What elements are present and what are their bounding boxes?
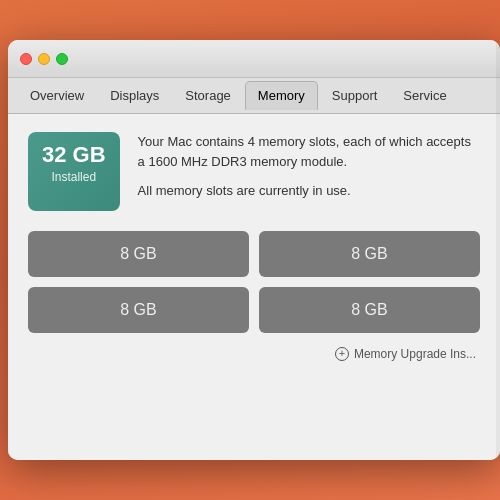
description-line2: All memory slots are currently in use. (138, 181, 480, 201)
traffic-lights (20, 53, 68, 65)
maximize-button[interactable] (56, 53, 68, 65)
memory-slots-grid: 8 GB 8 GB 8 GB 8 GB (28, 231, 480, 333)
content-area: 32 GB Installed Your Mac contains 4 memo… (8, 114, 500, 460)
tab-displays[interactable]: Displays (98, 82, 171, 109)
memory-slot-1: 8 GB (28, 231, 249, 277)
tab-support[interactable]: Support (320, 82, 390, 109)
footer: + Memory Upgrade Ins... (28, 347, 480, 361)
description-line1: Your Mac contains 4 memory slots, each o… (138, 132, 480, 171)
title-bar (8, 40, 500, 78)
top-section: 32 GB Installed Your Mac contains 4 memo… (28, 132, 480, 211)
installed-label: Installed (42, 170, 106, 184)
desktop: Overview Displays Storage Memory Support… (0, 0, 500, 500)
memory-slot-3: 8 GB (28, 287, 249, 333)
minimize-button[interactable] (38, 53, 50, 65)
installed-size: 32 GB (42, 142, 106, 168)
tab-service[interactable]: Service (391, 82, 458, 109)
tab-overview[interactable]: Overview (18, 82, 96, 109)
memory-description: Your Mac contains 4 memory slots, each o… (138, 132, 480, 211)
memory-slot-2: 8 GB (259, 231, 480, 277)
tab-memory[interactable]: Memory (245, 81, 318, 110)
close-button[interactable] (20, 53, 32, 65)
system-info-window: Overview Displays Storage Memory Support… (8, 40, 500, 460)
tab-storage[interactable]: Storage (173, 82, 243, 109)
upgrade-link-text: Memory Upgrade Ins... (354, 347, 476, 361)
installed-badge: 32 GB Installed (28, 132, 120, 211)
memory-upgrade-link[interactable]: + Memory Upgrade Ins... (335, 347, 476, 361)
memory-slot-4: 8 GB (259, 287, 480, 333)
plus-circle-icon: + (335, 347, 349, 361)
tab-bar: Overview Displays Storage Memory Support… (8, 78, 500, 114)
window-edge (496, 40, 500, 460)
